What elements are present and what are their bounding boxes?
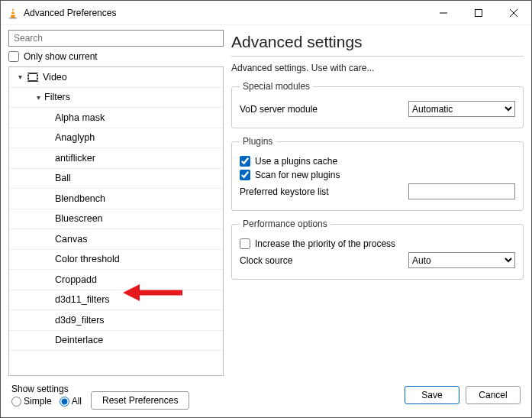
close-button[interactable]	[496, 2, 531, 24]
tree-node-label: d3d11_filters	[55, 294, 110, 305]
tree-leaf-d3d11-filters[interactable]: d3d11_filters	[9, 290, 223, 311]
svg-rect-2	[11, 11, 15, 11]
tree-node-label: Bluescreen	[55, 213, 103, 224]
use-plugins-cache-row[interactable]: Use a plugins cache	[240, 156, 515, 167]
left-panel: Only show current ▾ Video ▾ Filters Alph…	[8, 30, 224, 376]
simple-radio[interactable]	[11, 397, 21, 407]
use-plugins-cache-label: Use a plugins cache	[255, 156, 337, 167]
svg-rect-13	[37, 73, 39, 75]
maximize-button[interactable]	[461, 2, 496, 24]
page-title: Advanced settings	[231, 33, 524, 57]
special-modules-group: Special modules VoD server module Automa…	[231, 81, 524, 128]
tree-node-label: Canvas	[55, 234, 87, 245]
only-show-current-row[interactable]: Only show current	[8, 51, 224, 62]
tree-node-label: Video	[43, 72, 67, 83]
tree-node-video[interactable]: ▾ Video	[9, 67, 223, 88]
only-show-current-checkbox[interactable]	[8, 51, 19, 62]
increase-priority-row[interactable]: Increase the priority of the process	[240, 238, 515, 249]
tree-leaf-color-threshold[interactable]: Color threshold	[9, 250, 223, 271]
all-radio-label: All	[72, 396, 82, 407]
tree-leaf-d3d9-filters[interactable]: d3d9_filters	[9, 310, 223, 331]
tree-leaf-anaglyph[interactable]: Anaglyph	[9, 128, 223, 149]
vod-server-label: VoD server module	[240, 104, 402, 115]
plugins-group: Plugins Use a plugins cache Scan for new…	[231, 136, 524, 211]
svg-rect-12	[27, 79, 29, 81]
save-button[interactable]: Save	[405, 386, 459, 404]
tree-node-filters[interactable]: ▾ Filters	[9, 88, 223, 109]
all-radio-row[interactable]: All	[60, 396, 82, 407]
window-title: Advanced Preferences	[24, 8, 426, 18]
window-controls	[426, 2, 531, 24]
page-subtitle: Advanced settings. Use with care...	[231, 63, 524, 73]
tree-leaf-deinterlace[interactable]: Deinterlace	[9, 331, 223, 352]
tree-leaf-bluescreen[interactable]: Bluescreen	[9, 209, 223, 230]
scan-new-plugins-checkbox[interactable]	[240, 170, 250, 180]
tree-leaf-antiflicker[interactable]: antiflicker	[9, 148, 223, 169]
keystore-input[interactable]	[408, 183, 515, 199]
svg-rect-11	[27, 76, 29, 78]
performance-legend: Performance options	[240, 219, 330, 229]
tree-node-label: d3d9_filters	[55, 315, 105, 326]
cancel-button[interactable]: Cancel	[466, 386, 521, 404]
tree-node-label: Color threshold	[55, 254, 120, 264]
chevron-down-icon: ▾	[32, 93, 44, 102]
dialog-body: Only show current ▾ Video ▾ Filters Alph…	[1, 25, 531, 376]
svg-rect-15	[37, 79, 39, 81]
increase-priority-label: Increase the priority of the process	[255, 238, 395, 249]
scan-new-plugins-label: Scan for new plugins	[255, 170, 340, 180]
chevron-down-icon: ▾	[14, 73, 26, 81]
tree-node-label: Filters	[44, 92, 70, 102]
tree-leaf-alpha-mask[interactable]: Alpha mask	[9, 108, 223, 128]
tree-node-label: Ball	[55, 173, 71, 183]
plugins-legend: Plugins	[240, 136, 276, 147]
search-input[interactable]	[8, 30, 224, 47]
category-tree[interactable]: ▾ Video ▾ Filters Alpha mask Anaglyph an…	[8, 66, 224, 376]
vod-server-select[interactable]: Automatic	[408, 101, 515, 117]
tree-node-label: Croppadd	[55, 274, 97, 285]
dialog-footer: Show settings Simple All Reset Preferenc…	[1, 376, 531, 417]
tree-leaf-canvas[interactable]: Canvas	[9, 229, 223, 250]
only-show-current-label: Only show current	[24, 51, 98, 62]
titlebar: Advanced Preferences	[1, 1, 531, 25]
svg-rect-10	[27, 73, 29, 75]
reset-preferences-button[interactable]: Reset Preferences	[91, 391, 189, 410]
svg-rect-5	[476, 9, 482, 16]
tree-leaf-ball[interactable]: Ball	[9, 169, 223, 190]
filmstrip-icon	[26, 73, 40, 82]
simple-radio-label: Simple	[24, 396, 52, 407]
svg-rect-9	[29, 74, 37, 80]
tree-node-label: Blendbench	[55, 193, 105, 204]
svg-rect-3	[11, 14, 15, 15]
tree-leaf-croppadd[interactable]: Croppadd	[9, 270, 223, 290]
svg-marker-0	[11, 8, 15, 18]
tree-node-label: Anaglyph	[55, 132, 95, 143]
simple-radio-row[interactable]: Simple	[11, 396, 52, 407]
show-settings-group: Show settings Simple All	[11, 384, 82, 407]
increase-priority-checkbox[interactable]	[240, 238, 250, 249]
clock-source-label: Clock source	[240, 255, 402, 266]
show-settings-label: Show settings	[11, 384, 82, 394]
scan-new-plugins-row[interactable]: Scan for new plugins	[240, 170, 515, 180]
tree-leaf-blendbench[interactable]: Blendbench	[9, 189, 223, 209]
minimize-button[interactable]	[426, 2, 461, 24]
tree-node-label: Alpha mask	[55, 112, 105, 123]
all-radio[interactable]	[60, 397, 69, 407]
use-plugins-cache-checkbox[interactable]	[240, 156, 250, 167]
clock-source-select[interactable]: Auto	[408, 252, 515, 268]
special-modules-legend: Special modules	[240, 81, 313, 92]
settings-panel: Advanced settings Advanced settings. Use…	[231, 30, 524, 376]
preferences-window: Advanced Preferences Only show current ▾…	[0, 0, 532, 418]
tree-node-label: Deinterlace	[55, 335, 103, 345]
keystore-label: Preferred keystore list	[240, 186, 402, 197]
svg-rect-1	[9, 18, 17, 19]
vlc-cone-icon	[7, 7, 19, 19]
tree-node-label: antiflicker	[55, 153, 95, 164]
performance-group: Performance options Increase the priorit…	[231, 219, 524, 280]
svg-rect-14	[37, 76, 39, 78]
